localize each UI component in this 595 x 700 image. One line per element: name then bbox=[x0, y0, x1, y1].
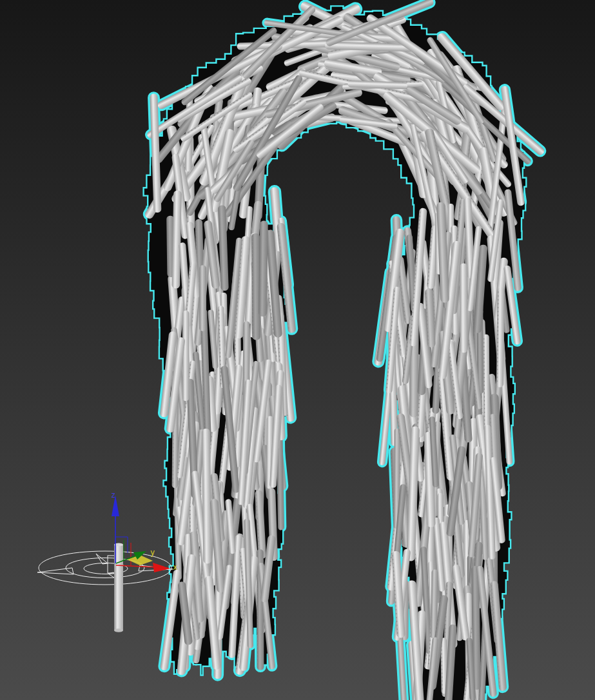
z-axis-label: z bbox=[111, 491, 115, 500]
x-axis-arrow[interactable] bbox=[153, 563, 170, 572]
compass-north-point bbox=[96, 554, 108, 564]
stick-arch-object[interactable] bbox=[144, 0, 546, 700]
y-axis-label: y bbox=[150, 548, 155, 557]
viewport-canvas[interactable]: y x z bbox=[0, 0, 595, 700]
viewport[interactable]: y x z bbox=[0, 0, 595, 700]
cylinder-bottom-cap bbox=[114, 628, 123, 632]
x-axis-label: x bbox=[173, 563, 177, 572]
